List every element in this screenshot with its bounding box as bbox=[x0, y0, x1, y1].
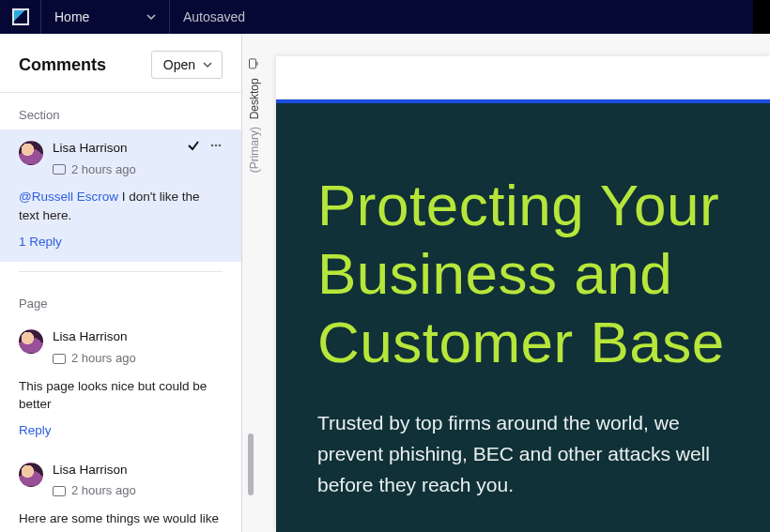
app-logo-icon bbox=[12, 8, 29, 25]
comment-body: Here are some things we would like chang… bbox=[19, 509, 223, 532]
comment-item[interactable]: Lisa Harrison 2 hours ago @Russell bbox=[0, 129, 241, 262]
breadcrumb-home[interactable]: Home bbox=[41, 0, 170, 34]
comment-header: Lisa Harrison 2 hours ago bbox=[19, 461, 223, 500]
avatar bbox=[19, 463, 43, 487]
main-layout: Comments Open Section Lisa Harrison 2 ho… bbox=[0, 34, 770, 532]
comment-meta: 2 hours ago bbox=[53, 482, 136, 500]
hero-section: Protecting Your Business and Customer Ba… bbox=[276, 99, 770, 532]
more-icon[interactable] bbox=[209, 139, 223, 152]
comment-body: @Russell Escrow I don't like the text he… bbox=[19, 188, 223, 224]
comment-replies-link[interactable]: 1 Reply bbox=[19, 233, 62, 251]
svg-point-2 bbox=[219, 144, 222, 147]
comment-author-block: Lisa Harrison 2 hours ago bbox=[53, 327, 136, 367]
comment-time: 2 hours ago bbox=[71, 482, 136, 500]
comment-reply-link[interactable]: Reply bbox=[19, 421, 52, 440]
comment-item[interactable]: Lisa Harrison 2 hours ago This page look… bbox=[0, 318, 241, 450]
top-bar: Home Autosaved bbox=[0, 0, 770, 34]
comment-author-block: Lisa Harrison 2 hours ago bbox=[53, 461, 136, 500]
comment-meta: 2 hours ago bbox=[53, 350, 136, 368]
topbar-right-block bbox=[753, 0, 770, 34]
comment-text: Here are some things we would like chang… bbox=[19, 511, 219, 532]
document-icon bbox=[53, 354, 66, 364]
preview-browser-bar bbox=[276, 56, 770, 99]
comment-header: Lisa Harrison 2 hours ago bbox=[19, 327, 223, 367]
comment-author: Lisa Harrison bbox=[53, 327, 136, 346]
divider bbox=[19, 271, 223, 272]
comment-time: 2 hours ago bbox=[71, 161, 136, 179]
svg-point-0 bbox=[211, 144, 214, 147]
comments-filter-dropdown[interactable]: Open bbox=[151, 51, 223, 79]
panel-scrollbar-handle[interactable] bbox=[248, 433, 254, 495]
hero-title: Protecting Your Business and Customer Ba… bbox=[317, 171, 732, 376]
hero-subtitle: Trusted by top firms around the world, w… bbox=[317, 408, 721, 500]
comment-body: This page looks nice but could be better bbox=[19, 377, 223, 414]
document-icon bbox=[53, 164, 66, 175]
comment-author: Lisa Harrison bbox=[53, 139, 136, 158]
comments-header: Comments Open bbox=[0, 34, 241, 93]
resolve-icon[interactable] bbox=[187, 139, 200, 152]
comment-item[interactable]: Lisa Harrison 2 hours ago Here are some … bbox=[0, 451, 241, 532]
comment-actions bbox=[187, 139, 223, 152]
breakpoint-secondary-label: (Primary) bbox=[248, 127, 261, 173]
comments-panel: Comments Open Section Lisa Harrison 2 ho… bbox=[0, 34, 242, 532]
app-logo-cell[interactable] bbox=[0, 0, 41, 34]
comment-time: 2 hours ago bbox=[71, 350, 136, 368]
svg-point-1 bbox=[215, 144, 218, 147]
comment-mention[interactable]: @Russell Escrow bbox=[19, 190, 118, 204]
desktop-icon bbox=[248, 58, 262, 69]
avatar bbox=[19, 141, 43, 165]
document-icon bbox=[53, 486, 66, 496]
breakpoint-primary-label: Desktop bbox=[248, 78, 261, 119]
comments-group-label: Section bbox=[0, 93, 241, 129]
comment-author: Lisa Harrison bbox=[53, 461, 136, 479]
breadcrumb-home-label: Home bbox=[54, 9, 89, 24]
chevron-down-icon bbox=[146, 12, 156, 22]
svg-rect-3 bbox=[250, 59, 256, 68]
breakpoint-rail[interactable]: (Primary) Desktop bbox=[248, 56, 261, 173]
avatar bbox=[19, 329, 43, 354]
page-preview-frame[interactable]: Protecting Your Business and Customer Ba… bbox=[276, 56, 770, 532]
comments-title: Comments bbox=[19, 55, 106, 75]
comments-filter-label: Open bbox=[163, 57, 195, 72]
autosave-status: Autosaved bbox=[170, 0, 753, 34]
canvas-area[interactable]: (Primary) Desktop Protecting Your Busine… bbox=[242, 34, 770, 532]
comments-group-label: Page bbox=[0, 281, 241, 318]
comment-meta: 2 hours ago bbox=[53, 161, 136, 179]
autosave-status-label: Autosaved bbox=[183, 9, 245, 24]
comment-author-block: Lisa Harrison 2 hours ago bbox=[53, 139, 136, 178]
svg-rect-4 bbox=[257, 62, 258, 66]
comment-header: Lisa Harrison 2 hours ago bbox=[19, 139, 223, 178]
chevron-down-icon bbox=[203, 60, 212, 69]
